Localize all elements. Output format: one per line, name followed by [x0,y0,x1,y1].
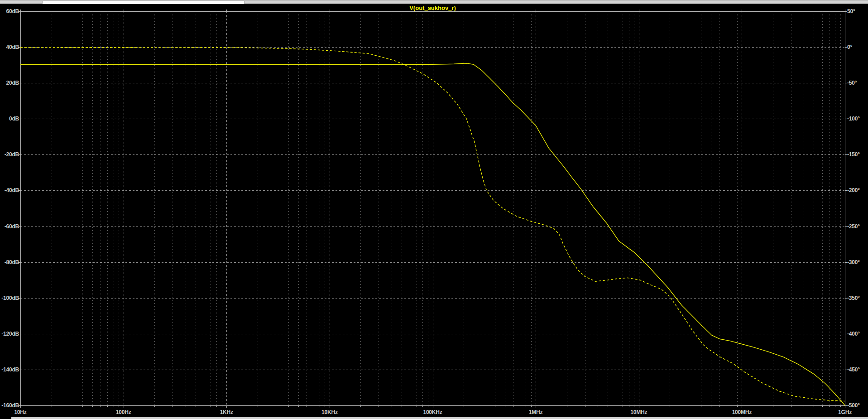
freq-tick-label: 100KHz [412,409,453,415]
db-tick-label: 60dB [0,8,19,14]
db-tick-label: -20dB [0,151,19,158]
freq-tick-label: 1MHz [515,409,556,415]
phase-tick-label: 0° [847,44,852,50]
freq-tick-label: 1KHz [206,409,247,415]
statusbar-remnant-strip [11,417,868,419]
phase-tick-label: -400° [847,331,860,337]
db-tick-label: 20dB [0,80,19,86]
freq-tick-label: 10MHz [619,409,659,415]
phase-tick-label: -350° [847,295,860,301]
bode-plot-canvas[interactable] [0,0,868,419]
db-tick-label: 0dB [0,116,19,122]
db-tick-label: -160dB [0,402,19,409]
db-tick-label: -120dB [0,331,19,337]
magnitude-trace[interactable] [20,63,845,405]
phase-trace[interactable] [20,48,845,401]
phase-tick-label: -150° [847,151,860,158]
phase-tick-label: -500° [847,402,860,409]
db-tick-label: -80dB [0,259,19,265]
freq-tick-label: 100MHz [721,409,762,415]
db-tick-label: -140dB [0,366,19,373]
phase-tick-label: -300° [847,259,860,265]
phase-tick-label: 50° [847,8,855,14]
db-tick-label: -100dB [0,295,19,301]
db-tick-label: -40dB [0,187,19,193]
freq-tick-label: 100Hz [103,409,144,415]
freq-tick-label: 10Hz [0,409,41,415]
freq-tick-label: 10KHz [309,409,350,415]
phase-tick-label: -250° [847,223,860,230]
phase-tick-label: -50° [847,80,857,86]
db-tick-label: -60dB [0,223,19,230]
db-tick-label: 40dB [0,44,19,50]
phase-tick-label: -100° [847,116,860,122]
freq-tick-label: 1GHz [825,409,865,415]
phase-tick-label: -200° [847,187,860,193]
phase-tick-label: -450° [847,366,860,373]
